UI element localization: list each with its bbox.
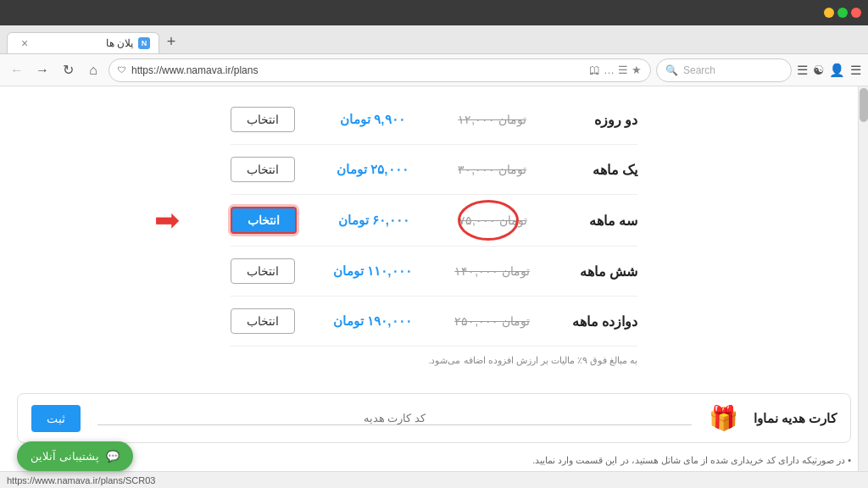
plan-original-price: تومان ۳۰,۰۰۰ xyxy=(450,163,535,176)
plan-name: سه ماهه xyxy=(561,213,637,229)
support-button[interactable]: 💬 پشتیبانی آنلاین xyxy=(17,441,133,471)
plan-row: یک ماهه تومان ۳۰,۰۰۰ ۲۵,۰۰۰ تومان انتخاب xyxy=(231,145,637,195)
plan-select-button[interactable]: انتخاب xyxy=(231,308,295,334)
tax-note: به مبالغ فوق ۹٪ مالیات بر ارزش افزوده اض… xyxy=(231,347,637,369)
tab-favicon: N xyxy=(138,37,150,49)
menu-icon[interactable]: ☰ xyxy=(850,63,861,78)
plan-discounted-price: ۱۹۰,۰۰۰ تومان xyxy=(321,313,423,329)
address-actions: 🕮 … ☰ ★ xyxy=(589,64,642,76)
plan-row: دو روزه تومان ۱۲,۰۰۰ ۹,۹۰۰ تومان انتخاب xyxy=(231,95,637,145)
browser-tab[interactable]: N پلان ها × xyxy=(7,32,159,53)
security-icon: 🛡 xyxy=(118,65,126,75)
plan-discounted-price: ۶۰,۰۰۰ تومان xyxy=(323,213,425,228)
reader-icon[interactable]: ☰ xyxy=(618,64,628,76)
close-button[interactable] xyxy=(851,8,861,18)
search-icon: 🔍 xyxy=(665,64,678,76)
forward-button[interactable]: → xyxy=(32,60,53,80)
bookmarks-icon[interactable]: ☰ xyxy=(797,63,808,78)
gift-title: کارت هدیه نماوا xyxy=(754,411,837,426)
plans-container: دو روزه تومان ۱۲,۰۰۰ ۹,۹۰۰ تومان انتخاب … xyxy=(214,86,654,386)
plan-name: یک ماهه xyxy=(561,162,637,178)
address-bar: ← → ↻ ⌂ 🛡 https://www.namava.ir/plans 🕮 … xyxy=(0,54,868,86)
maximize-button[interactable] xyxy=(837,8,848,18)
url-display: https://www.namava.ir/plans xyxy=(131,64,584,76)
browser-right-icons: ☰ ☯ 👤 ☰ xyxy=(797,63,861,78)
plan-original-price: تومان ۷۵,۰۰۰ xyxy=(450,214,535,227)
plan-name: شش ماهه xyxy=(561,263,637,280)
sync-icon[interactable]: ☯ xyxy=(813,63,824,78)
tab-title: پلان ها xyxy=(106,37,133,49)
title-bar xyxy=(0,0,868,25)
plan-select-button[interactable]: انتخاب xyxy=(231,207,297,234)
plan-row: دوازده ماهه تومان ۲۵۰,۰۰۰ ۱۹۰,۰۰۰ تومان … xyxy=(231,297,637,347)
bookmark-icon[interactable]: 🕮 xyxy=(589,64,600,76)
profile-icon[interactable]: 👤 xyxy=(829,63,845,78)
plan-row: شش ماهه تومان ۱۴۰,۰۰۰ ۱۱۰,۰۰۰ تومان انتخ… xyxy=(231,247,637,297)
search-bar[interactable]: 🔍 Search xyxy=(656,58,792,82)
gift-icon: 🎁 xyxy=(709,404,738,432)
plan-original-price: تومان ۱۲,۰۰۰ xyxy=(450,113,535,126)
gift-section: کارت هدیه نماوا 🎁 ثبت xyxy=(17,393,851,443)
more-icon[interactable]: … xyxy=(604,64,615,76)
tab-bar: N پلان ها × + xyxy=(0,25,868,54)
plan-discounted-price: ۱۱۰,۰۰۰ تومان xyxy=(321,263,423,279)
plan-select-button[interactable]: انتخاب xyxy=(231,107,295,132)
plan-select-button[interactable]: انتخاب xyxy=(231,258,295,284)
plan-original-price: تومان ۲۵۰,۰۰۰ xyxy=(450,314,535,328)
gift-submit-button[interactable]: ثبت xyxy=(31,405,81,432)
gift-code-input[interactable] xyxy=(97,412,692,425)
plan-original-price: تومان ۱۴۰,۰۰۰ xyxy=(450,264,535,278)
plan-name: دوازده ماهه xyxy=(561,313,637,330)
plan-name: دو روزه xyxy=(561,112,637,128)
star-icon[interactable]: ★ xyxy=(632,64,642,76)
plan-discounted-price: ۲۵,۰۰۰ تومان xyxy=(321,162,423,177)
plan-discounted-price: ۹,۹۰۰ تومان xyxy=(321,112,423,127)
plan-rows: دو روزه تومان ۱۲,۰۰۰ ۹,۹۰۰ تومان انتخاب … xyxy=(231,95,637,347)
support-icon: 💬 xyxy=(106,450,120,463)
plan-select-button[interactable]: انتخاب xyxy=(231,157,295,182)
status-url: https://www.namava.ir/plans/SCR03 xyxy=(7,475,155,485)
refresh-button[interactable]: ↻ xyxy=(58,60,78,80)
tab-close-button[interactable]: × xyxy=(21,36,28,50)
new-tab-button[interactable]: + xyxy=(159,30,183,53)
window-controls xyxy=(824,8,861,18)
scrollbar-thumb[interactable] xyxy=(860,88,868,122)
home-button[interactable]: ⌂ xyxy=(83,60,103,80)
plan-row: سه ماهه تومان ۷۵,۰۰۰ ۶۰,۰۰۰ تومان انتخاب… xyxy=(231,195,637,247)
browser-content: دو روزه تومان ۱۲,۰۰۰ ۹,۹۰۰ تومان انتخاب … xyxy=(0,86,868,488)
scrollbar[interactable] xyxy=(858,86,868,488)
search-placeholder: Search xyxy=(683,64,715,76)
arrow-indicator: ➡ xyxy=(154,202,180,238)
minimize-button[interactable] xyxy=(824,8,834,18)
address-input[interactable]: 🛡 https://www.namava.ir/plans 🕮 … ☰ ★ xyxy=(108,58,651,82)
status-bar: https://www.namava.ir/plans/SCR03 xyxy=(0,471,868,488)
gift-title-area: کارت هدیه نماوا 🎁 xyxy=(709,404,837,432)
support-label: پشتیبانی آنلاین xyxy=(31,450,99,463)
back-button[interactable]: ← xyxy=(7,60,27,80)
